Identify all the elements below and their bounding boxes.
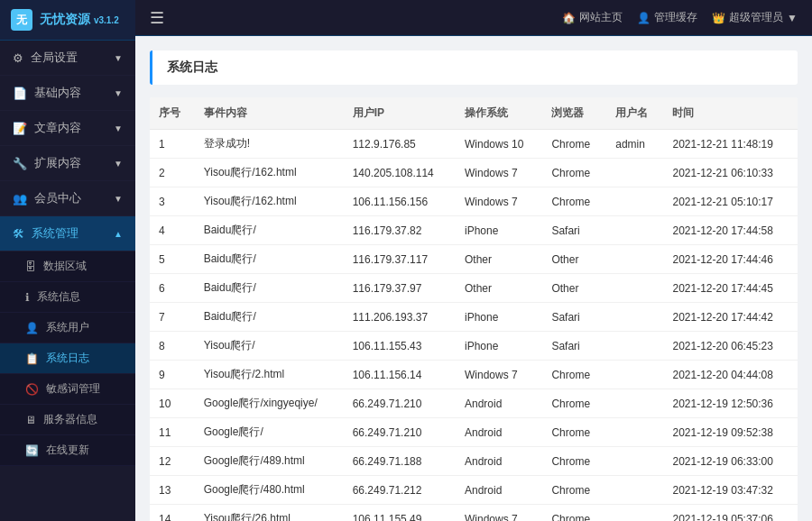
cell-ip: 66.249.71.212 (344, 476, 456, 505)
cell-id: 13 (150, 476, 195, 505)
cell-event: Google爬行/489.html (195, 447, 344, 476)
cell-os: Other (456, 274, 542, 303)
cell-id: 11 (150, 418, 195, 447)
home-link[interactable]: 🏠 网站主页 (562, 10, 623, 25)
sidebar-label-quanju: 全局设置 (31, 50, 78, 66)
cell-time: 2021-12-21 06:10:33 (663, 159, 798, 187)
cell-id: 14 (150, 505, 195, 522)
server-icon: 🖥 (25, 414, 36, 426)
table-row: 10 Google爬行/xingyeqiye/ 66.249.71.210 An… (150, 389, 798, 418)
cell-time: 2021-12-21 11:48:19 (663, 130, 798, 159)
manage-label: 管理缓存 (654, 10, 697, 25)
sidebar-label-kuozhan: 扩展内容 (34, 155, 81, 171)
log-icon: 📋 (25, 352, 39, 365)
sidebar-item-jichu[interactable]: 📄基础内容 ▼ (0, 76, 135, 111)
ban-icon: 🚫 (25, 383, 39, 396)
cell-os: Windows 7 (456, 361, 542, 389)
admin-chevron-icon: ▼ (787, 12, 798, 24)
table-row: 2 Yisou爬行/162.html 140.205.108.114 Windo… (150, 159, 798, 187)
sidebar: 无 无忧资源 v3.1.2 ⚙全局设置 ▼ 📄基础内容 ▼ 📝文章内容 ▼ 🔧扩… (0, 0, 135, 521)
cell-event: Yisou爬行/26.html (195, 505, 344, 522)
table-row: 9 Yisou爬行/2.html 106.11.156.14 Windows 7… (150, 361, 798, 389)
cell-ip: 106.11.156.156 (344, 187, 456, 216)
cell-id: 5 (150, 245, 195, 274)
cell-os: Windows 7 (456, 505, 542, 522)
sidebar-item-quanju[interactable]: ⚙全局设置 ▼ (0, 41, 135, 76)
table-row: 7 Baidu爬行/ 111.206.193.37 iPhone Safari … (150, 303, 798, 332)
cell-event: Google爬行/xingyeqiye/ (195, 389, 344, 418)
sidebar-label-jichu: 基础内容 (34, 85, 81, 101)
hamburger-icon[interactable]: ☰ (150, 8, 164, 28)
cell-ip: 106.11.155.43 (344, 332, 456, 361)
manage-link[interactable]: 👤 管理缓存 (637, 10, 697, 25)
cell-id: 8 (150, 332, 195, 361)
sidebar-item-pilu[interactable]: 🚫 敏感词管理 (0, 374, 135, 405)
page-title: 系统日志 (150, 50, 798, 85)
edit-icon: 📝 (13, 122, 27, 135)
cell-os: Android (456, 389, 542, 418)
cell-browser: Chrome (542, 447, 606, 476)
cell-browser: Chrome (542, 505, 606, 522)
cell-event: Google爬行/ (195, 418, 344, 447)
cell-user (606, 274, 663, 303)
cell-os: Android (456, 447, 542, 476)
cell-time: 2021-12-19 05:37:06 (663, 505, 798, 522)
cell-user (606, 187, 663, 216)
sidebar-item-yonghu[interactable]: 👤 系统用户 (0, 313, 135, 343)
logo-text: 无忧资源 v3.1.2 (40, 12, 119, 28)
sidebar-item-shuju[interactable]: 🗄 数据区域 (0, 251, 135, 282)
cell-ip: 66.249.71.210 (344, 418, 456, 447)
table-row: 4 Baidu爬行/ 116.179.37.82 iPhone Safari 2… (150, 216, 798, 245)
cell-time: 2021-12-20 17:44:45 (663, 274, 798, 303)
cell-browser: Chrome (542, 418, 606, 447)
sidebar-item-huiyuan[interactable]: 👥会员中心 ▼ (0, 181, 135, 216)
cell-user (606, 361, 663, 389)
table-header-row: 序号 事件内容 用户IP 操作系统 浏览器 用户名 时间 (150, 97, 798, 130)
sidebar-label-xitong: 系统管理 (32, 225, 78, 242)
system-icon: 🛠 (13, 227, 24, 241)
col-header-id: 序号 (150, 97, 195, 130)
sidebar-logo: 无 无忧资源 v3.1.2 (0, 0, 135, 41)
cell-time: 2021-12-20 17:44:46 (663, 245, 798, 274)
cell-time: 2021-12-19 09:52:38 (663, 418, 798, 447)
col-header-browser: 浏览器 (542, 97, 606, 130)
table-row: 13 Google爬行/480.html 66.249.71.212 Andro… (150, 476, 798, 505)
admin-link[interactable]: 👑 超级管理员 ▼ (712, 10, 798, 25)
info-icon: ℹ (25, 291, 30, 304)
topbar: ☰ 🏠 网站主页 👤 管理缓存 👑 超级管理员 ▼ (135, 0, 812, 36)
sidebar-item-fuwuqi[interactable]: 🖥 服务器信息 (0, 405, 135, 435)
cell-id: 4 (150, 216, 195, 245)
cell-ip: 112.9.176.85 (344, 130, 456, 159)
chevron-icon: ▼ (114, 194, 123, 204)
cell-user (606, 505, 663, 522)
topbar-right: 🏠 网站主页 👤 管理缓存 👑 超级管理员 ▼ (562, 10, 798, 25)
cell-event: Yisou爬行/ (195, 332, 344, 361)
content-area: 系统日志 序号 事件内容 用户IP 操作系统 浏览器 用户名 时间 1 (135, 36, 812, 521)
table-row: 6 Baidu爬行/ 116.179.37.97 Other Other 202… (150, 274, 798, 303)
sidebar-item-xitong[interactable]: 🛠系统管理 ▲ (0, 216, 135, 251)
cell-browser: Chrome (542, 476, 606, 505)
doc-icon: 📄 (13, 87, 27, 100)
chevron-icon: ▼ (114, 123, 123, 133)
sidebar-item-kuozhan[interactable]: 🔧扩展内容 ▼ (0, 146, 135, 181)
cell-user (606, 332, 663, 361)
col-header-event: 事件内容 (195, 97, 344, 130)
cell-id: 1 (150, 130, 195, 159)
cell-event: Baidu爬行/ (195, 245, 344, 274)
table-row: 11 Google爬行/ 66.249.71.210 Android Chrom… (150, 418, 798, 447)
user-icon: 👥 (13, 192, 27, 206)
cell-time: 2021-12-20 06:45:23 (663, 332, 798, 361)
cell-ip: 116.179.37.82 (344, 216, 456, 245)
cell-ip: 111.206.193.37 (344, 303, 456, 332)
sidebar-item-gengxin[interactable]: 🔄 在线更新 (0, 435, 135, 466)
sidebar-label-huiyuan: 会员中心 (34, 190, 81, 206)
chevron-icon: ▼ (114, 88, 123, 98)
cell-user (606, 303, 663, 332)
sidebar-label-pilu: 敏感词管理 (46, 381, 100, 397)
cell-event: Baidu爬行/ (195, 303, 344, 332)
sidebar-item-wenzhang[interactable]: 📝文章内容 ▼ (0, 111, 135, 146)
sidebar-item-xitonginfo[interactable]: ℹ 系统信息 (0, 282, 135, 313)
main-area: ☰ 🏠 网站主页 👤 管理缓存 👑 超级管理员 ▼ 系统日志 (135, 0, 812, 521)
cell-browser: Chrome (542, 187, 606, 216)
sidebar-item-rizhi[interactable]: 📋 系统日志 (0, 343, 135, 374)
